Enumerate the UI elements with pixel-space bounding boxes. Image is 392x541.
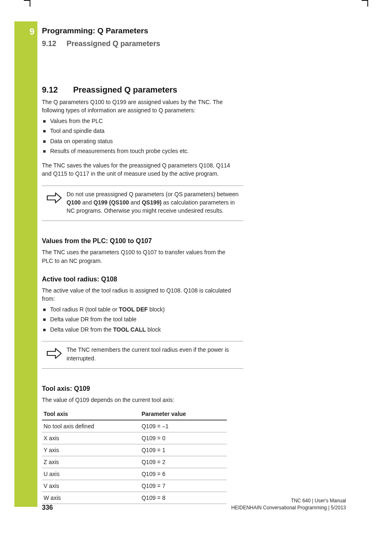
crop-mark <box>362 0 368 1</box>
note-box: Do not use preassigned Q parameters (or … <box>42 186 243 221</box>
table-header: Tool axis <box>42 408 140 420</box>
table-cell: V axis <box>42 480 140 492</box>
table-cell: Q109 = 1 <box>140 444 227 456</box>
page-footer: 336 TNC 640 | User's Manual HEIDENHAIN C… <box>42 497 346 511</box>
running-head-number: 9.12 <box>42 39 67 48</box>
note-text: Do not use preassigned Q parameters (or … <box>67 190 243 215</box>
running-head-title: Preassigned Q parameters <box>67 39 160 48</box>
footer-meta: TNC 640 | User's Manual HEIDENHAIN Conve… <box>231 497 346 511</box>
table-row: Y axisQ109 = 1 <box>42 444 227 456</box>
plc-paragraph: The TNC uses the parameters Q100 to Q107… <box>42 248 235 265</box>
list-item: Data on operating status <box>42 137 247 146</box>
footer-line: TNC 640 | User's Manual <box>231 497 346 504</box>
table-cell: Q109 = 2 <box>140 456 227 468</box>
section-heading: 9.12Preassigned Q parameters <box>42 85 346 95</box>
note-box: The TNC remembers the current tool radiu… <box>42 341 243 369</box>
note-text: The TNC remembers the current tool radiu… <box>67 346 243 362</box>
table-cell: Q109 = 6 <box>140 468 227 480</box>
table-cell: Z axis <box>42 456 140 468</box>
table-header: Parameter value <box>140 408 227 420</box>
chapter-tab <box>14 21 37 507</box>
page-number: 336 <box>42 504 53 511</box>
table-cell: U axis <box>42 468 140 480</box>
subsection-heading-radius: Active tool radius: Q108 <box>42 276 346 283</box>
table-cell: Q109 = –1 <box>140 420 227 432</box>
table-row: V axisQ109 = 7 <box>42 480 227 492</box>
intro-bullets: Values from the PLC Tool and spindle dat… <box>42 117 247 156</box>
arrow-icon <box>42 346 67 360</box>
radius-paragraph: The active value of the tool radius is a… <box>42 286 235 303</box>
table-cell: X axis <box>42 432 140 444</box>
crop-mark <box>367 0 368 7</box>
intro-paragraph: The Q parameters Q100 to Q199 are assign… <box>42 98 235 115</box>
table-row: U axisQ109 = 6 <box>42 468 227 480</box>
list-item: Delta value DR from the tool table <box>42 316 247 324</box>
list-item: Results of measurements from touch probe… <box>42 147 247 156</box>
radius-bullets: Tool radius R (tool table or TOOL DEF bl… <box>42 306 247 334</box>
chapter-title: Programming: Q Parameters <box>42 26 346 35</box>
table-row: Z axisQ109 = 2 <box>42 456 227 468</box>
table-cell: No tool axis defined <box>42 420 140 432</box>
table-row: No tool axis definedQ109 = –1 <box>42 420 227 432</box>
section-number: 9.12 <box>42 85 73 95</box>
table-cell: Y axis <box>42 444 140 456</box>
table-row: X axisQ109 = 0 <box>42 432 227 444</box>
page-content: Programming: Q Parameters 9.12Preassigne… <box>42 26 346 504</box>
chapter-number: 9 <box>24 26 35 37</box>
intro-after-paragraph: The TNC saves the values for the preassi… <box>42 161 235 178</box>
section-title: Preassigned Q parameters <box>73 85 177 94</box>
table-cell: Q109 = 0 <box>140 432 227 444</box>
list-item: Tool radius R (tool table or TOOL DEF bl… <box>42 306 247 314</box>
axis-paragraph: The value of Q109 depends on the current… <box>42 396 235 404</box>
list-item: Delta value DR from the TOOL CALL block <box>42 326 247 334</box>
tool-axis-table: Tool axis Parameter value No tool axis d… <box>42 408 227 504</box>
list-item: Values from the PLC <box>42 117 247 125</box>
running-head: 9.12Preassigned Q parameters <box>42 39 346 48</box>
subsection-heading-plc: Values from the PLC: Q100 to Q107 <box>42 237 346 245</box>
arrow-icon <box>42 190 67 204</box>
crop-mark <box>30 0 30 7</box>
subsection-heading-axis: Tool axis: Q109 <box>42 385 346 392</box>
table-cell: Q109 = 7 <box>140 480 227 492</box>
list-item: Tool and spindle data <box>42 127 247 135</box>
footer-line: HEIDENHAIN Conversational Programming | … <box>231 504 346 511</box>
